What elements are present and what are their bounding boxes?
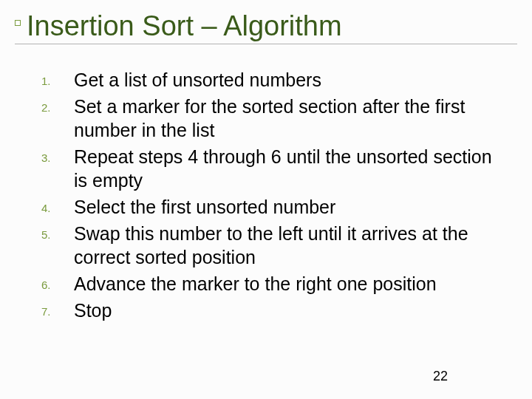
list-item: 2. Set a marker for the sorted section a… <box>41 95 497 142</box>
step-number: 6. <box>41 272 74 291</box>
list-item: 7. Stop <box>41 299 497 322</box>
step-text: Set a marker for the sorted section afte… <box>74 95 497 142</box>
list-item: 3. Repeat steps 4 through 6 until the un… <box>41 145 497 192</box>
title-bullet-icon <box>15 20 21 26</box>
page-number: 22 <box>433 369 448 384</box>
list-item: 1. Get a list of unsorted numbers <box>41 68 497 92</box>
step-text: Stop <box>74 299 112 322</box>
step-text: Get a list of unsorted numbers <box>74 68 321 92</box>
step-number: 5. <box>41 222 74 241</box>
list-item: 4. Select the first unsorted number <box>41 195 497 219</box>
title-wrap: Insertion Sort – Algorithm <box>15 10 517 44</box>
slide: Insertion Sort – Algorithm 1. Get a list… <box>15 10 517 389</box>
steps-list: 1. Get a list of unsorted numbers 2. Set… <box>41 68 497 322</box>
step-number: 3. <box>41 145 74 164</box>
step-text: Select the first unsorted number <box>74 195 335 219</box>
step-text: Repeat steps 4 through 6 until the unsor… <box>74 145 497 192</box>
step-number: 7. <box>41 299 74 318</box>
step-number: 2. <box>41 95 74 114</box>
slide-title: Insertion Sort – Algorithm <box>27 10 342 42</box>
list-item: 6. Advance the marker to the right one p… <box>41 272 497 296</box>
step-number: 1. <box>41 68 74 87</box>
list-item: 5. Swap this number to the left until it… <box>41 222 497 269</box>
step-text: Swap this number to the left until it ar… <box>74 222 497 269</box>
step-text: Advance the marker to the right one posi… <box>74 272 437 296</box>
step-number: 4. <box>41 195 74 214</box>
